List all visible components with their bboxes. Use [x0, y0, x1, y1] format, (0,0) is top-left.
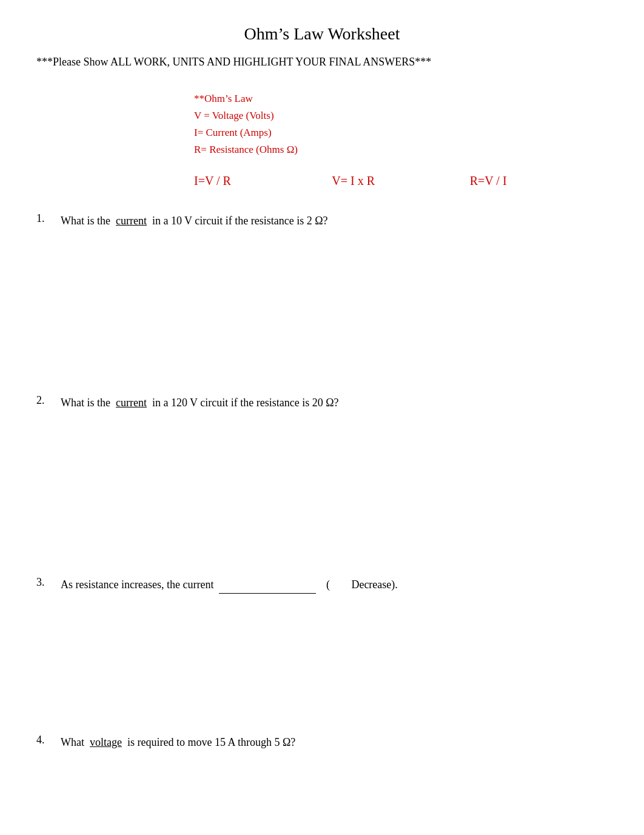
q2-underline: current	[116, 397, 147, 409]
page-title: Ohm’s Law Worksheet	[36, 24, 608, 44]
q3-decrease: Decrease).	[351, 578, 397, 591]
q4-spacer	[36, 819, 608, 835]
question-4-text: What voltage is required to move 15 A th…	[61, 734, 608, 751]
q3-paren: (	[323, 576, 346, 594]
q2-text-before: What is the	[61, 397, 110, 409]
question-2-text: What is the current in a 120 V circuit i…	[61, 394, 608, 412]
question-3-number: 3.	[36, 576, 61, 589]
question-4: 4. What voltage is required to move 15 A…	[36, 734, 608, 819]
question-2: 2. What is the current in a 120 V circui…	[36, 394, 608, 479]
ohms-law-reference: **Ohm’s Law V = Voltage (Volts) I= Curre…	[194, 93, 608, 156]
question-3-text: As resistance increases, the current ( D…	[61, 576, 608, 594]
resistance-definition: R= Resistance (Ohms Ω)	[194, 144, 608, 156]
voltage-definition: V = Voltage (Volts)	[194, 110, 608, 122]
formula-voltage: V= I x R	[332, 174, 469, 188]
formulas-row: I=V / R V= I x R R=V / I	[194, 174, 608, 188]
q1-text-after: in a 10 V circuit if the resistance is 2…	[152, 215, 328, 227]
q1-underline: current	[116, 215, 147, 227]
question-1-number: 1.	[36, 212, 61, 225]
q2-spacer	[36, 479, 608, 576]
question-1-text: What is the current in a 10 V circuit if…	[61, 212, 608, 230]
question-4-number: 4.	[36, 734, 61, 746]
question-3: 3. As resistance increases, the current …	[36, 576, 608, 661]
q3-text-before: As resistance increases, the current	[61, 578, 213, 591]
questions-section: 1. What is the current in a 10 V circuit…	[36, 212, 608, 835]
instructions: ***Please Show ALL WORK, UNITS AND HIGHL…	[36, 56, 608, 69]
formula-current: I=V / R	[194, 174, 332, 188]
q4-text-before: What	[61, 736, 84, 748]
q2-text-after: in a 120 V circuit if the resistance is …	[152, 397, 339, 409]
q4-text-after: is required to move 15 A through 5 Ω?	[127, 736, 295, 748]
ohms-law-heading: **Ohm’s Law	[194, 93, 608, 105]
question-2-number: 2.	[36, 394, 61, 407]
q3-spacer	[36, 661, 608, 734]
q3-blank	[219, 593, 316, 594]
current-definition: I= Current (Amps)	[194, 127, 608, 139]
q1-spacer	[36, 297, 608, 394]
q4-underline: voltage	[90, 736, 122, 748]
q1-text-before: What is the	[61, 215, 110, 227]
formula-resistance: R=V / I	[470, 174, 608, 188]
question-1: 1. What is the current in a 10 V circuit…	[36, 212, 608, 297]
